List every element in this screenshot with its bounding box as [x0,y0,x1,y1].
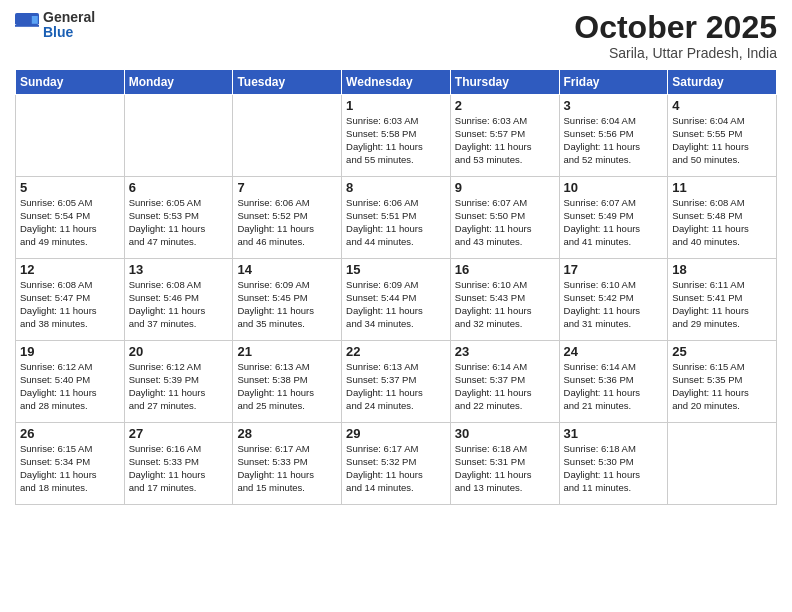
day-number: 31 [564,426,664,441]
logo-icon [15,13,39,37]
calendar-week-row: 5Sunrise: 6:05 AM Sunset: 5:54 PM Daylig… [16,177,777,259]
calendar-cell [16,95,125,177]
calendar-cell: 24Sunrise: 6:14 AM Sunset: 5:36 PM Dayli… [559,341,668,423]
calendar-cell: 29Sunrise: 6:17 AM Sunset: 5:32 PM Dayli… [342,423,451,505]
logo-blue: Blue [43,25,95,40]
day-info: Sunrise: 6:08 AM Sunset: 5:46 PM Dayligh… [129,279,229,330]
calendar-cell [668,423,777,505]
day-info: Sunrise: 6:09 AM Sunset: 5:45 PM Dayligh… [237,279,337,330]
day-info: Sunrise: 6:03 AM Sunset: 5:57 PM Dayligh… [455,115,555,166]
calendar-cell: 28Sunrise: 6:17 AM Sunset: 5:33 PM Dayli… [233,423,342,505]
calendar-cell: 4Sunrise: 6:04 AM Sunset: 5:55 PM Daylig… [668,95,777,177]
day-info: Sunrise: 6:08 AM Sunset: 5:47 PM Dayligh… [20,279,120,330]
calendar-cell: 9Sunrise: 6:07 AM Sunset: 5:50 PM Daylig… [450,177,559,259]
day-info: Sunrise: 6:13 AM Sunset: 5:38 PM Dayligh… [237,361,337,412]
day-number: 18 [672,262,772,277]
logo-general: General [43,10,95,25]
calendar-cell: 15Sunrise: 6:09 AM Sunset: 5:44 PM Dayli… [342,259,451,341]
calendar-cell: 11Sunrise: 6:08 AM Sunset: 5:48 PM Dayli… [668,177,777,259]
day-info: Sunrise: 6:08 AM Sunset: 5:48 PM Dayligh… [672,197,772,248]
day-info: Sunrise: 6:09 AM Sunset: 5:44 PM Dayligh… [346,279,446,330]
day-info: Sunrise: 6:07 AM Sunset: 5:49 PM Dayligh… [564,197,664,248]
day-info: Sunrise: 6:06 AM Sunset: 5:51 PM Dayligh… [346,197,446,248]
day-info: Sunrise: 6:05 AM Sunset: 5:54 PM Dayligh… [20,197,120,248]
calendar-cell: 19Sunrise: 6:12 AM Sunset: 5:40 PM Dayli… [16,341,125,423]
calendar-cell: 25Sunrise: 6:15 AM Sunset: 5:35 PM Dayli… [668,341,777,423]
day-number: 14 [237,262,337,277]
day-info: Sunrise: 6:17 AM Sunset: 5:33 PM Dayligh… [237,443,337,494]
calendar-cell: 17Sunrise: 6:10 AM Sunset: 5:42 PM Dayli… [559,259,668,341]
header: General Blue October 2025 Sarila, Uttar … [15,10,777,61]
day-number: 2 [455,98,555,113]
weekday-header: Sunday [16,70,125,95]
day-info: Sunrise: 6:07 AM Sunset: 5:50 PM Dayligh… [455,197,555,248]
main-container: General Blue October 2025 Sarila, Uttar … [0,0,792,612]
day-number: 25 [672,344,772,359]
weekday-header: Saturday [668,70,777,95]
day-number: 16 [455,262,555,277]
day-number: 3 [564,98,664,113]
day-number: 20 [129,344,229,359]
day-info: Sunrise: 6:13 AM Sunset: 5:37 PM Dayligh… [346,361,446,412]
day-number: 13 [129,262,229,277]
day-info: Sunrise: 6:04 AM Sunset: 5:56 PM Dayligh… [564,115,664,166]
calendar-cell: 10Sunrise: 6:07 AM Sunset: 5:49 PM Dayli… [559,177,668,259]
calendar-cell: 14Sunrise: 6:09 AM Sunset: 5:45 PM Dayli… [233,259,342,341]
day-info: Sunrise: 6:03 AM Sunset: 5:58 PM Dayligh… [346,115,446,166]
calendar-cell: 12Sunrise: 6:08 AM Sunset: 5:47 PM Dayli… [16,259,125,341]
day-number: 4 [672,98,772,113]
day-info: Sunrise: 6:16 AM Sunset: 5:33 PM Dayligh… [129,443,229,494]
calendar-cell: 13Sunrise: 6:08 AM Sunset: 5:46 PM Dayli… [124,259,233,341]
day-number: 26 [20,426,120,441]
day-number: 28 [237,426,337,441]
day-info: Sunrise: 6:05 AM Sunset: 5:53 PM Dayligh… [129,197,229,248]
weekday-header: Tuesday [233,70,342,95]
month-title: October 2025 [574,10,777,45]
day-info: Sunrise: 6:18 AM Sunset: 5:31 PM Dayligh… [455,443,555,494]
location: Sarila, Uttar Pradesh, India [574,45,777,61]
calendar-cell: 26Sunrise: 6:15 AM Sunset: 5:34 PM Dayli… [16,423,125,505]
day-number: 21 [237,344,337,359]
weekday-header: Monday [124,70,233,95]
day-info: Sunrise: 6:04 AM Sunset: 5:55 PM Dayligh… [672,115,772,166]
day-info: Sunrise: 6:14 AM Sunset: 5:36 PM Dayligh… [564,361,664,412]
calendar-week-row: 12Sunrise: 6:08 AM Sunset: 5:47 PM Dayli… [16,259,777,341]
calendar-cell: 30Sunrise: 6:18 AM Sunset: 5:31 PM Dayli… [450,423,559,505]
day-number: 22 [346,344,446,359]
calendar-cell: 2Sunrise: 6:03 AM Sunset: 5:57 PM Daylig… [450,95,559,177]
day-number: 9 [455,180,555,195]
calendar-cell: 3Sunrise: 6:04 AM Sunset: 5:56 PM Daylig… [559,95,668,177]
calendar-cell [233,95,342,177]
calendar-week-row: 26Sunrise: 6:15 AM Sunset: 5:34 PM Dayli… [16,423,777,505]
calendar-week-row: 19Sunrise: 6:12 AM Sunset: 5:40 PM Dayli… [16,341,777,423]
day-number: 12 [20,262,120,277]
calendar-cell: 8Sunrise: 6:06 AM Sunset: 5:51 PM Daylig… [342,177,451,259]
weekday-header: Thursday [450,70,559,95]
logo-text: General Blue [43,10,95,41]
day-number: 29 [346,426,446,441]
day-number: 10 [564,180,664,195]
calendar-week-row: 1Sunrise: 6:03 AM Sunset: 5:58 PM Daylig… [16,95,777,177]
day-info: Sunrise: 6:11 AM Sunset: 5:41 PM Dayligh… [672,279,772,330]
calendar-cell: 21Sunrise: 6:13 AM Sunset: 5:38 PM Dayli… [233,341,342,423]
title-area: October 2025 Sarila, Uttar Pradesh, Indi… [574,10,777,61]
svg-rect-2 [15,25,39,27]
day-info: Sunrise: 6:15 AM Sunset: 5:35 PM Dayligh… [672,361,772,412]
day-number: 15 [346,262,446,277]
calendar-cell: 23Sunrise: 6:14 AM Sunset: 5:37 PM Dayli… [450,341,559,423]
day-number: 24 [564,344,664,359]
logo: General Blue [15,10,95,41]
day-number: 30 [455,426,555,441]
day-info: Sunrise: 6:10 AM Sunset: 5:42 PM Dayligh… [564,279,664,330]
day-info: Sunrise: 6:06 AM Sunset: 5:52 PM Dayligh… [237,197,337,248]
day-info: Sunrise: 6:10 AM Sunset: 5:43 PM Dayligh… [455,279,555,330]
calendar-cell: 31Sunrise: 6:18 AM Sunset: 5:30 PM Dayli… [559,423,668,505]
weekday-header-row: SundayMondayTuesdayWednesdayThursdayFrid… [16,70,777,95]
weekday-header: Wednesday [342,70,451,95]
day-number: 27 [129,426,229,441]
calendar-cell [124,95,233,177]
calendar-cell: 20Sunrise: 6:12 AM Sunset: 5:39 PM Dayli… [124,341,233,423]
day-number: 5 [20,180,120,195]
svg-marker-3 [32,16,38,24]
calendar-cell: 1Sunrise: 6:03 AM Sunset: 5:58 PM Daylig… [342,95,451,177]
